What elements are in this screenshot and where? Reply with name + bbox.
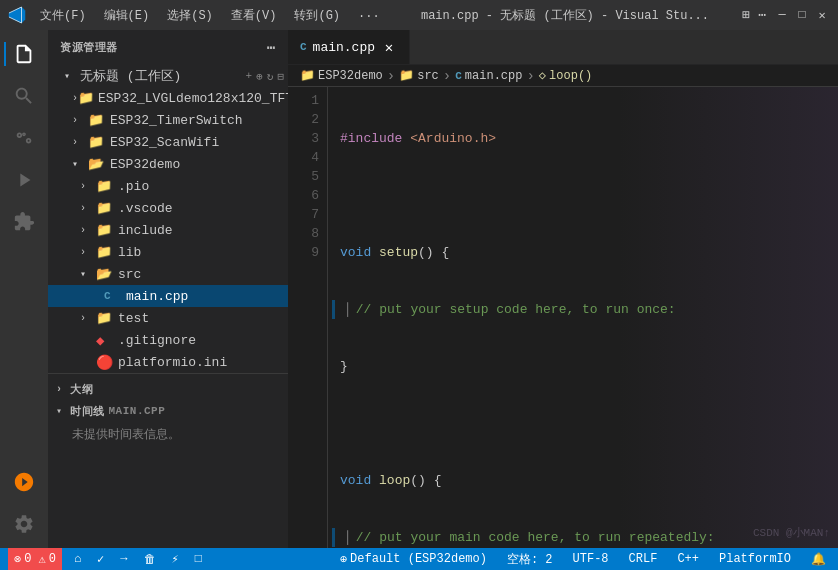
source-control-activity-icon[interactable] [4, 118, 44, 158]
new-file-icon[interactable]: + [246, 70, 253, 83]
sidebar-item-lib[interactable]: › 📁 lib [48, 241, 288, 263]
breadcrumb-esp32demo[interactable]: 📁 ESP32demo [300, 68, 383, 83]
status-notifications[interactable]: 🔔 [807, 548, 830, 570]
cpp-file-icon: C [104, 290, 122, 302]
menu-bar[interactable]: 文件(F) 编辑(E) 选择(S) 查看(V) 转到(G) ... [32, 5, 388, 26]
timeline-label: 时间线 [70, 404, 105, 419]
esp32lvgl-label: ESP32_LVGLdemo128x120_TFT [98, 91, 288, 106]
git-file-icon: ◆ [96, 332, 114, 349]
title-extra-controls: ⊞ ⋯ [742, 7, 766, 23]
collapse-icon[interactable]: ⊟ [277, 70, 284, 83]
sidebar-item-vscode[interactable]: › 📁 .vscode [48, 197, 288, 219]
explorer-activity-icon[interactable] [4, 34, 44, 74]
line-num-1: 1 [288, 91, 319, 110]
include-arrow: › [80, 225, 96, 236]
menu-edit[interactable]: 编辑(E) [96, 5, 158, 26]
outline-section-header[interactable]: › 大纲 [48, 378, 288, 400]
search-activity-icon[interactable] [4, 76, 44, 116]
breadcrumb-maincpp[interactable]: C main.cpp [455, 69, 522, 83]
sidebar-tree[interactable]: ▾ 无标题 (工作区) + ⊕ ↻ ⊟ › 📁 ESP32_LVGLdemo12… [48, 65, 288, 548]
split-icon[interactable]: ⋯ [758, 7, 766, 23]
code-editor[interactable]: CSDN @小MAN↑ 1 2 3 4 5 6 7 8 9 #include <… [288, 87, 838, 548]
esp32scan-arrow: › [72, 137, 88, 148]
bc-sep2: › [443, 68, 451, 84]
folder-icon: 📁 [96, 244, 114, 260]
menu-file[interactable]: 文件(F) [32, 5, 94, 26]
code-content[interactable]: #include <Arduino.h> void setup() { │// … [328, 87, 838, 548]
status-home[interactable]: ⌂ [70, 548, 85, 570]
pio-arrow: › [80, 181, 96, 192]
timeline-arrow: ▾ [56, 405, 70, 417]
code-line-4: │// put your setup code here, to run onc… [340, 300, 838, 319]
status-trash[interactable]: 🗑 [140, 548, 160, 570]
bell-icon: 🔔 [811, 552, 826, 567]
sidebar-item-src[interactable]: ▾ 📂 src [48, 263, 288, 285]
sidebar-item-test[interactable]: › 📁 test [48, 307, 288, 329]
lib-label: lib [118, 245, 141, 260]
sidebar-item-esp32lvgl[interactable]: › 📁 ESP32_LVGLdemo128x120_TFT [48, 87, 288, 109]
status-bar-left: ⊗ 0 ⚠ 0 ⌂ ✓ → 🗑 ⚡ □ [8, 548, 206, 570]
sidebar-header-icons[interactable]: ⋯ [267, 39, 276, 56]
close-button[interactable]: ✕ [814, 7, 830, 23]
bc-esp32demo-label: ESP32demo [318, 69, 383, 83]
tab-maincpp-label: main.cpp [313, 40, 375, 55]
sidebar-item-maincpp[interactable]: C main.cpp [48, 285, 288, 307]
status-arrow[interactable]: → [116, 548, 131, 570]
comment-setup: // put your setup code here, to run once… [356, 300, 676, 319]
outline-arrow: › [56, 384, 70, 395]
status-eol[interactable]: CRLF [625, 548, 662, 570]
encoding-label: UTF-8 [573, 552, 609, 566]
minimize-button[interactable]: ─ [774, 7, 790, 23]
platformio-activity-icon[interactable] [4, 462, 44, 502]
warning-icon: ⚠ [38, 552, 45, 567]
sidebar-item-platformio[interactable]: 🔴 platformio.ini [48, 351, 288, 373]
settings-activity-icon[interactable] [4, 504, 44, 544]
sidebar-item-pio[interactable]: › 📁 .pio [48, 175, 288, 197]
menu-select[interactable]: 选择(S) [159, 5, 221, 26]
menu-more[interactable]: ... [350, 5, 388, 26]
layout-icon[interactable]: ⊞ [742, 7, 750, 23]
test-arrow: › [80, 313, 96, 324]
status-platform[interactable]: PlatformIO [715, 548, 795, 570]
new-folder-icon[interactable]: ⊕ [256, 70, 263, 83]
sidebar-item-gitignore[interactable]: ◆ .gitignore [48, 329, 288, 351]
status-errors[interactable]: ⊗ 0 ⚠ 0 [8, 548, 62, 570]
folder-icon: 📁 [88, 134, 106, 150]
status-build[interactable]: □ [191, 548, 206, 570]
run-activity-icon[interactable] [4, 160, 44, 200]
bc-sep1: › [387, 68, 395, 84]
env-label: Default (ESP32demo) [350, 552, 487, 566]
folder-icon: 📁 [96, 310, 114, 326]
vscode-label: .vscode [118, 201, 173, 216]
sidebar-item-esp32timer[interactable]: › 📁 ESP32_TimerSwitch [48, 109, 288, 131]
menu-goto[interactable]: 转到(G) [286, 5, 348, 26]
sidebar-bottom-sections: › 大纲 ▾ 时间线 main.cpp 未提供时间表信息。 [48, 373, 288, 447]
status-check[interactable]: ✓ [93, 548, 108, 570]
menu-view[interactable]: 查看(V) [223, 5, 285, 26]
timeline-section-header[interactable]: ▾ 时间线 main.cpp [48, 400, 288, 422]
status-env[interactable]: ⊕ Default (ESP32demo) [336, 548, 491, 570]
maximize-button[interactable]: □ [794, 7, 810, 23]
tab-close-button[interactable]: ✕ [381, 39, 397, 55]
timeline-empty-message: 未提供时间表信息。 [48, 422, 288, 447]
trash-icon: 🗑 [144, 552, 156, 567]
window-controls[interactable]: ─ □ ✕ [774, 7, 830, 23]
status-spaces[interactable]: 空格: 2 [503, 548, 557, 570]
breadcrumb-loop[interactable]: ◇ loop() [539, 68, 592, 83]
status-bolt[interactable]: ⚡ [168, 548, 183, 570]
workspace-root[interactable]: ▾ 无标题 (工作区) + ⊕ ↻ ⊟ [48, 65, 288, 87]
tab-maincpp[interactable]: C main.cpp ✕ [288, 30, 410, 64]
window-title: main.cpp - 无标题 (工作区) - Visual Stu... [388, 7, 743, 24]
status-lang[interactable]: C++ [673, 548, 703, 570]
space [402, 129, 410, 148]
sidebar-more-icon[interactable]: ⋯ [267, 39, 276, 56]
breadcrumb-src[interactable]: 📁 src [399, 68, 439, 83]
code-line-1: #include <Arduino.h> [340, 129, 838, 148]
sidebar-item-esp32demo[interactable]: ▾ 📂 ESP32demo [48, 153, 288, 175]
sidebar-item-include[interactable]: › 📁 include [48, 219, 288, 241]
extensions-activity-icon[interactable] [4, 202, 44, 242]
sidebar-item-esp32scan[interactable]: › 📁 ESP32_ScanWifi [48, 131, 288, 153]
func-loop: loop [379, 471, 410, 490]
status-encoding[interactable]: UTF-8 [569, 548, 613, 570]
refresh-icon[interactable]: ↻ [267, 70, 274, 83]
